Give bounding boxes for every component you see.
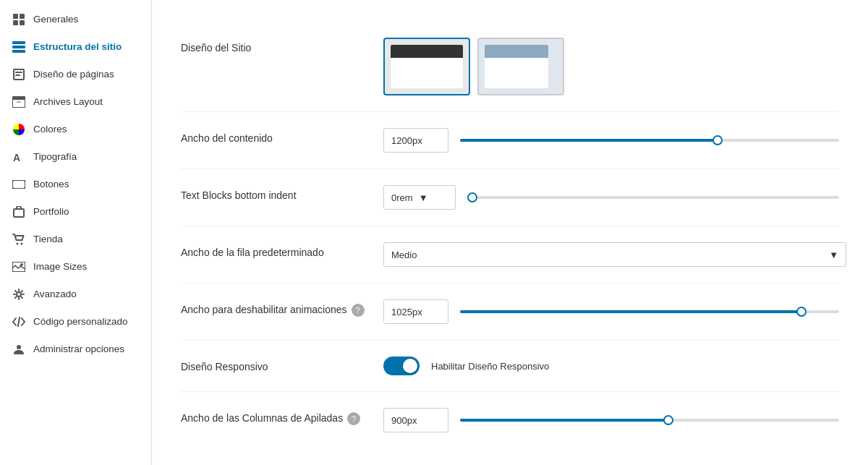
slider-thumb-1[interactable] — [712, 135, 723, 145]
control-ancho-contenido — [383, 128, 839, 153]
label-ancho-deshabilitar: Ancho para deshabilitar animaciones ? — [181, 299, 383, 317]
sidebar-label-colores: Colores — [33, 123, 67, 136]
sidebar: Generales Estructura del sitio Diseño de… — [0, 0, 152, 465]
sidebar-item-archives-layout[interactable]: Archives Layout — [0, 88, 151, 116]
svg-point-15 — [20, 263, 23, 266]
toggle-thumb — [403, 359, 417, 373]
control-diseno-responsivo: Habilitar Diseño Responsivo — [383, 357, 839, 375]
svg-rect-8 — [17, 101, 21, 103]
setting-ancho-contenido: Ancho del contenido — [181, 112, 839, 169]
layout-options — [383, 38, 564, 95]
slider-text-blocks[interactable] — [467, 196, 839, 199]
sidebar-label-diseno-paginas: Diseño de páginas — [33, 68, 114, 81]
chevron-down-icon: ▼ — [419, 192, 428, 203]
sidebar-item-portfolio[interactable]: Portfolio — [0, 198, 151, 226]
svg-rect-11 — [14, 209, 24, 217]
layout-header-1 — [391, 45, 463, 58]
sidebar-label-tipografia: Tipografía — [33, 150, 77, 163]
sidebar-label-estructura: Estructura del sitio — [33, 40, 122, 54]
select-text-blocks[interactable]: 0rem ▼ — [383, 185, 456, 210]
sidebar-item-codigo-personalizado[interactable]: Código personalizado — [0, 308, 151, 336]
layout-body-2 — [485, 58, 548, 88]
svg-rect-4 — [15, 72, 22, 73]
sidebar-label-administrar: Administrar opciones — [33, 343, 124, 356]
sidebar-label-tienda: Tienda — [33, 233, 63, 246]
input-ancho-columnas[interactable] — [383, 408, 448, 432]
label-ancho-fila: Ancho de la fila predeterminado — [181, 242, 383, 258]
slider-ancho-deshabilitar[interactable] — [460, 310, 839, 313]
layout-option-full-width[interactable] — [383, 38, 470, 95]
control-ancho-deshabilitar — [383, 299, 839, 324]
label-text-blocks-indent: Text Blocks bottom indent — [181, 185, 383, 201]
sidebar-item-tipografia[interactable]: A Tipografía — [0, 143, 151, 171]
chevron-down-icon-fila: ▼ — [829, 249, 838, 260]
svg-rect-10 — [12, 180, 25, 189]
slider-track-2 — [467, 196, 839, 199]
svg-text:A: A — [13, 152, 20, 163]
sidebar-item-avanzado[interactable]: Avanzado — [0, 281, 151, 308]
colors-icon — [12, 122, 26, 137]
input-ancho-contenido[interactable] — [383, 128, 448, 153]
setting-text-blocks-indent: Text Blocks bottom indent 0rem ▼ — [181, 169, 839, 226]
slider-thumb-3[interactable] — [796, 307, 807, 317]
label-ancho-contenido: Ancho del contenido — [181, 128, 383, 144]
label-diseno-sitio: Diseño del Sitio — [181, 38, 383, 54]
setting-ancho-deshabilitar: Ancho para deshabilitar animaciones ? — [181, 283, 839, 341]
main-content: Diseño del Sitio Ancho del contenido — [152, 0, 868, 465]
cart-icon — [12, 232, 26, 247]
button-icon — [12, 177, 26, 192]
svg-point-12 — [17, 243, 19, 245]
setting-diseno-sitio: Diseño del Sitio — [181, 22, 839, 112]
sidebar-item-administrar-opciones[interactable]: Administrar opciones — [0, 336, 151, 363]
slider-fill-1 — [460, 139, 718, 142]
pages-icon — [12, 67, 26, 82]
image-sizes-icon — [12, 260, 26, 274]
setting-ancho-columnas: Ancho de las Columnas de Apiladas ? — [181, 392, 839, 448]
sidebar-item-diseno-paginas[interactable]: Diseño de páginas — [0, 61, 151, 88]
sidebar-item-estructura-del-sitio[interactable]: Estructura del sitio — [0, 33, 151, 61]
svg-point-13 — [21, 243, 23, 245]
setting-ancho-fila: Ancho de la fila predeterminado Medio ▼ — [181, 226, 839, 283]
slider-track-3 — [460, 310, 839, 313]
help-icon-animaciones[interactable]: ? — [352, 304, 365, 317]
sidebar-item-image-sizes[interactable]: Image Sizes — [0, 253, 151, 281]
sidebar-item-tienda[interactable]: Tienda — [0, 226, 151, 253]
sidebar-label-archives-layout: Archives Layout — [33, 95, 103, 108]
sidebar-item-generales[interactable]: Generales — [0, 6, 151, 33]
slider-thumb-4[interactable] — [663, 415, 673, 425]
control-text-blocks-indent: 0rem ▼ — [383, 185, 839, 210]
sidebar-item-colores[interactable]: Colores — [0, 116, 151, 143]
sidebar-label-generales: Generales — [33, 13, 78, 26]
sidebar-label-codigo: Código personalizado — [33, 315, 128, 328]
control-ancho-fila: Medio ▼ — [383, 242, 846, 267]
slider-ancho-columnas[interactable] — [460, 419, 839, 422]
typography-icon: A — [12, 150, 26, 164]
slider-thumb-2[interactable] — [467, 192, 477, 202]
help-icon-columnas[interactable]: ? — [347, 412, 360, 425]
control-diseno-sitio — [383, 38, 839, 95]
layout-option-boxed[interactable] — [477, 38, 564, 95]
svg-point-16 — [17, 292, 21, 297]
code-icon — [12, 315, 26, 329]
slider-track-1 — [460, 139, 839, 142]
toggle-diseno-responsivo[interactable] — [383, 357, 420, 375]
portfolio-icon — [12, 205, 26, 219]
sidebar-label-portfolio: Portfolio — [33, 205, 69, 218]
select-ancho-fila[interactable]: Medio ▼ — [383, 242, 846, 267]
label-ancho-columnas: Ancho de las Columnas de Apiladas ? — [181, 408, 383, 425]
sidebar-label-image-sizes: Image Sizes — [33, 260, 87, 273]
grid-icon — [12, 12, 26, 27]
svg-rect-0 — [12, 41, 25, 44]
slider-track-4 — [460, 419, 839, 422]
setting-diseno-responsivo: Diseño Responsivo Habilitar Diseño Respo… — [181, 341, 839, 392]
label-diseno-responsivo: Diseño Responsivo — [181, 357, 383, 372]
sidebar-item-botones[interactable]: Botones — [0, 171, 151, 198]
input-ancho-deshabilitar[interactable] — [383, 299, 448, 324]
svg-rect-5 — [15, 74, 20, 76]
slider-fill-3 — [460, 310, 801, 313]
layout-header-2 — [485, 45, 548, 58]
slider-ancho-contenido[interactable] — [460, 139, 839, 142]
admin-icon — [12, 342, 26, 357]
layout-body-1 — [391, 58, 463, 88]
sidebar-label-botones: Botones — [33, 178, 69, 191]
